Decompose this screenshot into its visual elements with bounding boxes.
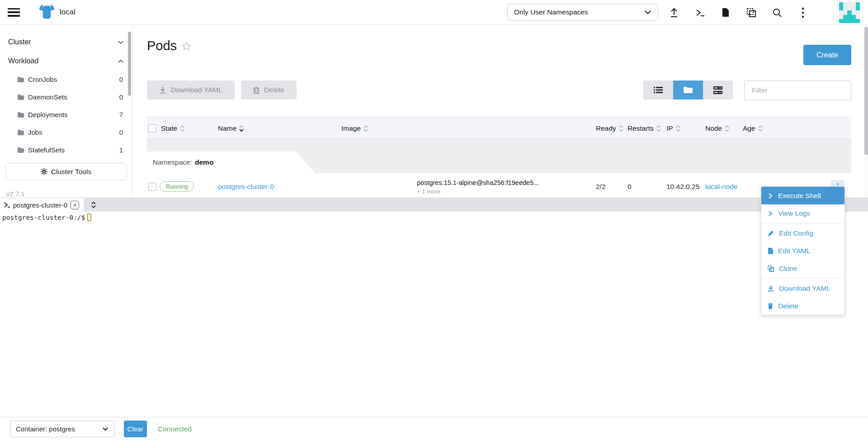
column-header-name[interactable]: Name — [218, 117, 244, 140]
pod-node-link[interactable]: local-node — [705, 183, 738, 191]
column-header-age[interactable]: Age — [743, 117, 763, 140]
menu-item-edit-yaml[interactable]: Edit YAML — [761, 242, 844, 260]
search-icon[interactable] — [771, 7, 783, 19]
sort-icon — [758, 125, 763, 132]
detail-view-icon — [713, 86, 722, 94]
sidebar-item-count: 0 — [119, 93, 123, 101]
chevron-right-icon — [768, 211, 773, 216]
sort-icon — [180, 125, 184, 132]
table-header-row: State Name Image Ready Restarts IP — [147, 117, 851, 139]
column-header-node[interactable]: Node — [705, 117, 729, 140]
sort-icon — [656, 125, 661, 132]
pod-name-link[interactable]: postgres-cluster-0 — [218, 183, 274, 191]
menu-divider — [761, 278, 844, 279]
terminal-tab[interactable]: postgres-cluster-0 ✕ — [0, 198, 84, 212]
pod-ip: 10.42.0.25 — [666, 183, 699, 191]
namespace-filter-select[interactable]: Only User Namespaces — [507, 4, 658, 21]
menu-item-download-yaml[interactable]: Download YAML — [761, 279, 844, 297]
namespace-name: demo — [195, 158, 213, 166]
sort-icon — [676, 125, 680, 132]
menu-item-execute-shell[interactable]: Execute Shell — [761, 187, 844, 204]
column-header-ready[interactable]: Ready — [596, 117, 623, 140]
sort-icon — [363, 125, 368, 132]
page-scrollbar[interactable] — [864, 25, 868, 198]
view-mode-list[interactable] — [643, 80, 673, 99]
sidebar-item-label: Deployments — [28, 111, 68, 118]
cluster-tools-button[interactable]: Cluster Tools — [5, 163, 127, 180]
sidebar-item-statefulsets[interactable]: StatefulSets 1 — [0, 141, 132, 159]
docs-icon[interactable] — [720, 7, 731, 19]
file-icon — [768, 248, 773, 254]
view-mode-detail[interactable] — [703, 80, 733, 99]
menu-item-clone[interactable]: Clone — [761, 260, 844, 277]
chevron-down-icon — [102, 427, 108, 431]
sidebar-scrollbar[interactable] — [128, 32, 131, 96]
favorite-star-icon[interactable] — [182, 42, 191, 51]
menu-item-edit-config[interactable]: Edit Config — [761, 224, 844, 242]
page-title: Pods — [147, 38, 177, 53]
pods-table: State Name Image Ready Restarts IP — [147, 117, 851, 209]
folder-view-icon — [684, 86, 693, 94]
terminal-prompt: postgres-cluster-0:/$ — [2, 214, 85, 221]
sort-icon-active — [239, 125, 244, 132]
delete-button[interactable]: Delete — [241, 80, 297, 99]
terminal-resize-handle[interactable] — [90, 198, 97, 212]
terminal-output[interactable]: postgres-cluster-0:/$ — [0, 212, 868, 417]
namespace-group-tab: Namespace: demo — [147, 151, 315, 173]
gear-icon — [41, 168, 47, 175]
clear-button[interactable]: Clear — [124, 421, 147, 437]
hamburger-menu-icon[interactable] — [8, 8, 20, 17]
chevron-up-icon — [118, 59, 124, 63]
create-button[interactable]: Create — [803, 45, 851, 65]
folder-icon — [18, 147, 24, 153]
column-header-state[interactable]: State — [161, 117, 184, 140]
import-yaml-icon[interactable] — [668, 7, 680, 19]
trash-icon — [768, 303, 773, 309]
sidebar-item-label: DaemonSets — [28, 93, 67, 101]
sidebar-item-deployments[interactable]: Deployments 7 — [0, 106, 132, 123]
list-view-icon — [654, 86, 663, 94]
download-yaml-button[interactable]: Download YAML — [147, 80, 235, 99]
status-badge: Running — [160, 181, 194, 192]
cluster-tools-label: Cluster Tools — [51, 168, 91, 176]
select-all-checkbox[interactable] — [148, 117, 156, 140]
terminal-tab-bar: postgres-cluster-0 ✕ — [0, 198, 868, 212]
filter-input[interactable] — [744, 80, 851, 100]
row-checkbox[interactable] — [148, 183, 156, 191]
chevron-right-icon — [768, 193, 773, 199]
column-header-image[interactable]: Image — [341, 117, 368, 140]
pencil-icon — [768, 230, 774, 237]
terminal-cursor — [87, 213, 91, 221]
sidebar-item-label: Jobs — [28, 128, 42, 136]
copy-resource-icon[interactable] — [745, 7, 757, 19]
pod-restarts: 0 — [627, 183, 632, 191]
connection-status: Connected — [158, 425, 192, 433]
cluster-name: local — [60, 8, 75, 17]
avatar[interactable] — [839, 2, 860, 23]
sidebar-group-label: Cluster — [8, 38, 31, 46]
page-scrollbar-thumb[interactable] — [864, 27, 868, 155]
copy-icon — [768, 265, 774, 272]
sidebar-item-cronjobs[interactable]: CronJobs 0 — [0, 71, 132, 88]
rancher-logo-icon — [38, 3, 55, 21]
kebab-menu-icon[interactable] — [797, 7, 809, 19]
folder-icon — [18, 130, 24, 135]
view-mode-grouped[interactable] — [673, 80, 703, 99]
sidebar-group-cluster[interactable]: Cluster — [0, 33, 132, 52]
menu-item-delete[interactable]: Delete — [761, 297, 844, 315]
menu-divider — [761, 223, 844, 223]
column-header-restarts[interactable]: Restarts — [627, 117, 661, 140]
folder-icon — [18, 112, 24, 118]
container-select[interactable]: Container: postgres — [10, 421, 114, 437]
menu-item-view-logs[interactable]: View Logs — [761, 204, 844, 222]
shell-icon — [4, 202, 10, 208]
column-header-ip[interactable]: IP — [666, 117, 680, 140]
sort-icon — [725, 125, 729, 132]
close-tab-icon[interactable]: ✕ — [71, 201, 79, 209]
kubectl-shell-icon[interactable] — [694, 7, 706, 19]
sidebar-item-count: 1 — [119, 146, 123, 154]
sidebar-item-jobs[interactable]: Jobs 0 — [0, 123, 132, 141]
sidebar-group-workload[interactable]: Workload — [0, 52, 132, 71]
top-header: local Only User Namespaces — [0, 0, 868, 25]
sidebar-item-daemonsets[interactable]: DaemonSets 0 — [0, 88, 132, 106]
